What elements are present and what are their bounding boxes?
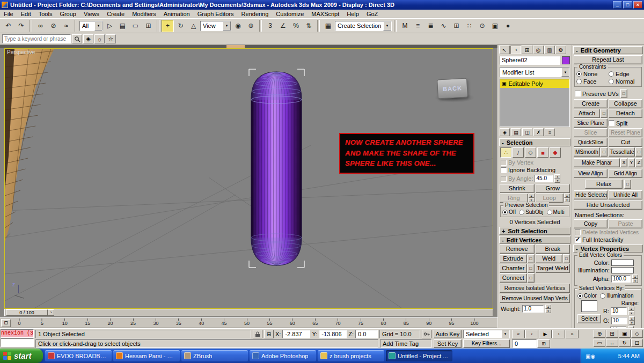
vertex-mode-icon[interactable]: ∴ [500, 147, 511, 158]
modifier-stack-item[interactable]: ▣ Editable Poly [500, 79, 569, 88]
hierarchy-tab[interactable]: ⊞ [522, 46, 532, 54]
constraint-normal-option[interactable]: Normal [609, 78, 640, 85]
add-time-tag-field[interactable]: Add Time Tag [380, 339, 431, 348]
reset-plane-button[interactable]: Reset Plane [609, 128, 642, 137]
r-spinner[interactable]: ▲▼ [628, 307, 634, 315]
show-end-result-icon[interactable]: ▤ [511, 128, 521, 136]
alpha-field[interactable]: 100.0 [611, 275, 631, 283]
track-bar[interactable]: ⊟ 05101520253035404550556065707580859095… [0, 317, 497, 328]
y-coordinate-field[interactable]: -13.806 [319, 330, 347, 338]
delete-isolated-vertices-checkbox[interactable] [575, 229, 581, 235]
chevron-down-icon[interactable]: ▼ [561, 68, 569, 77]
use-pivot-center-icon[interactable]: ◉ [232, 20, 244, 32]
paste-button[interactable]: Paste [609, 219, 642, 228]
extrude-settings-button[interactable]: □ [528, 254, 535, 263]
task-untitled-project[interactable]: Untitled - Project ... [386, 350, 452, 361]
preview-subobj-radio[interactable] [519, 210, 524, 215]
layer-manager-icon[interactable]: ≣ [425, 20, 437, 32]
tessellate-settings-button[interactable]: □ [635, 147, 642, 157]
vertex-color-swatch[interactable] [611, 260, 634, 266]
menu-group[interactable]: Group [56, 10, 80, 18]
edit-geometry-rollout-header[interactable]: - Edit Geometry [573, 46, 643, 54]
ring-button[interactable]: Ring [500, 194, 528, 203]
select-and-manipulate-icon[interactable]: ⊕ [245, 20, 257, 32]
select-by-color-swatch[interactable] [581, 300, 597, 312]
weight-field[interactable]: 1.0 [522, 305, 544, 313]
slice-plane-button[interactable]: Slice Plane [574, 118, 608, 128]
task-evdo-broadband-p[interactable]: EVDO BROADBAND P... [45, 350, 112, 361]
current-frame-field[interactable]: 0 [512, 339, 537, 348]
ignore-backfacing-checkbox[interactable] [501, 167, 507, 173]
preview-subobj-option[interactable]: SubObj [519, 209, 543, 215]
hide-selected-button[interactable]: Hide Selected [574, 190, 608, 199]
planar-y-button[interactable]: Y [628, 158, 635, 167]
view-align-button[interactable]: View Align [574, 169, 608, 178]
msmooth-settings-button[interactable]: □ [601, 147, 608, 157]
angle-snap-icon[interactable]: ∠ [277, 20, 289, 32]
select-and-rotate-icon[interactable]: ↻ [174, 20, 187, 32]
planar-x-button[interactable]: X [620, 158, 627, 167]
make-planar-button[interactable]: Make Planar [574, 158, 620, 167]
material-editor-icon[interactable]: ∷ [463, 20, 475, 32]
minimize-button[interactable]: _ [613, 1, 622, 9]
by-angle-field[interactable]: 45.0 [535, 175, 553, 182]
connect-button[interactable]: Connect [500, 273, 527, 283]
g-spinner[interactable]: ▲▼ [629, 316, 635, 325]
motion-tab[interactable]: ◎ [533, 46, 544, 54]
time-slider-next-button[interactable]: › [48, 309, 54, 316]
preview-off-radio[interactable] [502, 210, 508, 215]
selection-lock-button[interactable] [253, 330, 262, 338]
tray-icon-1[interactable]: ◉ [590, 353, 595, 359]
listener-macro-pane[interactable]: nnexion (32 [1, 329, 34, 338]
cut-button[interactable]: Cut [609, 138, 642, 147]
z-coordinate-field[interactable]: 0.0 [355, 330, 378, 338]
menu-graph-editors[interactable]: Graph Editors [194, 10, 238, 18]
rendered-frame-icon[interactable]: ▣ [489, 20, 501, 32]
constraint-none-radio[interactable] [576, 71, 582, 77]
chevron-down-icon[interactable]: ▼ [501, 330, 509, 338]
grid-align-button[interactable]: Grid Align [609, 169, 642, 178]
ring-spinner[interactable]: ▲▼ [529, 194, 535, 203]
illumination-swatch[interactable] [611, 267, 634, 273]
menu-create[interactable]: Create [103, 10, 128, 18]
by-angle-checkbox[interactable] [501, 176, 507, 182]
target-weld-button[interactable]: Target Weld [536, 264, 570, 273]
unhide-all-button[interactable]: Unhide All [609, 190, 642, 199]
modifier-stack[interactable]: ▣ Editable Poly [500, 79, 570, 127]
capsule-sphere-object[interactable] [251, 72, 302, 265]
zoom-button[interactable]: ⊕ [594, 330, 605, 338]
remove-button[interactable]: Remove [500, 245, 535, 254]
collapse-button[interactable]: Collapse [609, 99, 642, 108]
menu-maxscript[interactable]: MAXScript [308, 10, 343, 18]
percent-snap-icon[interactable]: % [290, 20, 302, 32]
remove-unused-map-verts-button[interactable]: Remove Unused Map Verts [500, 294, 570, 303]
arc-rotate-button[interactable]: ↻ [619, 339, 631, 347]
edit-vertices-rollout-header[interactable]: - Edit Vertices [499, 236, 570, 244]
task-hessam-parsi-googl[interactable]: Hessam Parsi - Googl... [113, 350, 180, 361]
task-zbrush[interactable]: ZBrush [181, 350, 248, 361]
connect-settings-button[interactable]: □ [528, 273, 535, 283]
maximize-viewport-button[interactable]: ⊡ [631, 339, 643, 347]
repeat-last-button[interactable]: Repeat Last [574, 55, 642, 64]
menu-rendering[interactable]: Rendering [238, 10, 273, 18]
preview-off-option[interactable]: Off [502, 209, 516, 215]
undo-icon[interactable]: ↶ [2, 20, 14, 32]
hide-unselected-button[interactable]: Hide Unselected [574, 201, 642, 210]
detach-button[interactable]: Detach [609, 109, 642, 118]
tessellate-button[interactable]: Tessellate [609, 147, 635, 157]
time-slider[interactable]: 0 / 100 › [4, 309, 493, 316]
soft-selection-rollout-header[interactable]: + Soft Selection [499, 227, 570, 235]
selection-rollout-header[interactable]: - Selection [499, 138, 570, 146]
alpha-spinner[interactable]: ▲▼ [632, 275, 638, 283]
zoom-extents-button[interactable]: ▣ [619, 330, 631, 338]
menu-animation[interactable]: Animation [160, 10, 194, 18]
split-checkbox[interactable] [609, 120, 614, 126]
create-tab[interactable]: ↖ [499, 46, 510, 54]
weld-settings-button[interactable]: □ [563, 254, 570, 263]
task-z-brush-projects[interactable]: z brush projects [318, 350, 384, 361]
modify-tab[interactable]: ◔ [510, 46, 521, 54]
menu-tools[interactable]: Tools [35, 10, 56, 18]
menu-modifiers[interactable]: Modifiers [128, 10, 160, 18]
menu-help[interactable]: Help [343, 10, 363, 18]
attach-button[interactable]: Attach [574, 109, 600, 118]
